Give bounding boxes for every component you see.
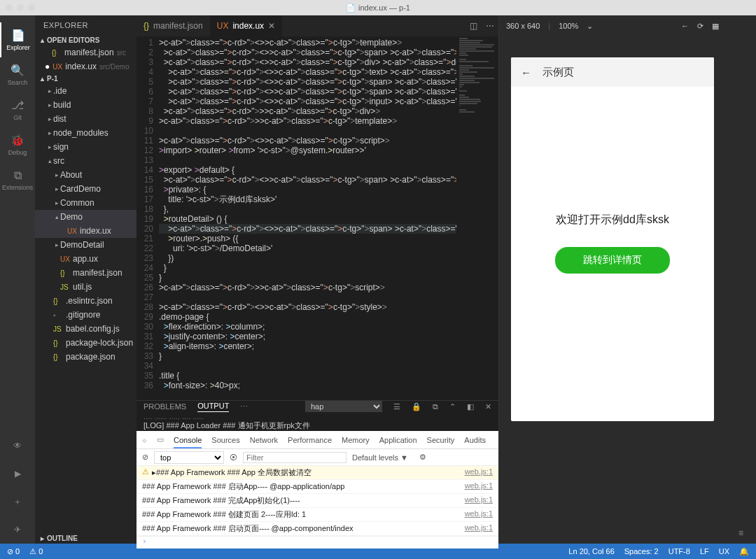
preview-zoom[interactable]: 100% bbox=[559, 22, 578, 30]
outline-section[interactable]: ▸OUTLINE bbox=[35, 533, 136, 544]
tab-close-icon[interactable]: ✕ bbox=[268, 21, 275, 31]
project-root[interactable]: ▴P-1 bbox=[35, 73, 136, 84]
activity-search[interactable]: 🔍Search bbox=[0, 57, 35, 92]
console-line: ### App Framework ### 完成App初始化(1)----web… bbox=[136, 494, 498, 508]
devtools-tab-security[interactable]: Security bbox=[427, 436, 455, 447]
tree-node[interactable]: ◦.gitignore bbox=[35, 308, 136, 322]
tree-node[interactable]: ▴src bbox=[35, 154, 136, 168]
panel-close-icon[interactable]: ✕ bbox=[485, 402, 491, 411]
panel-up-icon[interactable]: ⌃ bbox=[449, 402, 456, 411]
editor-tabs: {}manifest.jsonUXindex.ux✕◫⋯ bbox=[136, 15, 498, 36]
activity-bar: 📄Explorer🔍Search⎇Git🐞Debug⧉Extensions👁▶＋… bbox=[0, 15, 35, 544]
activity-bottom-2[interactable]: ＋ bbox=[6, 490, 29, 513]
devtools-tab-sources[interactable]: Sources bbox=[211, 436, 239, 447]
tree-node[interactable]: ▴Demo bbox=[35, 210, 136, 224]
open-editor-item[interactable]: {}manifest.jsonsrc bbox=[35, 45, 136, 59]
status-errors[interactable]: ⊘ 0 bbox=[7, 547, 20, 556]
tree-node[interactable]: JSbabel.config.js bbox=[35, 322, 136, 336]
activity-bottom-3[interactable]: ✈ bbox=[6, 518, 29, 541]
activity-debug[interactable]: 🐞Debug bbox=[0, 127, 35, 162]
activity-git[interactable]: ⎇Git bbox=[0, 92, 35, 127]
tree-node[interactable]: ▸CardDemo bbox=[35, 182, 136, 196]
status-warnings[interactable]: ⚠ 0 bbox=[29, 547, 43, 556]
tree-node[interactable]: JSutil.js bbox=[35, 280, 136, 294]
devtools-tab-memory[interactable]: Memory bbox=[342, 436, 370, 447]
panel-more-icon[interactable]: ⋯ bbox=[240, 402, 248, 411]
tree-node[interactable]: UXapp.ux bbox=[35, 252, 136, 266]
traffic-lights[interactable] bbox=[6, 4, 35, 11]
detail-button[interactable]: 跳转到详情页 bbox=[555, 247, 670, 274]
output-channel-select[interactable]: hap bbox=[305, 401, 382, 412]
devtools-tab-audits[interactable]: Audits bbox=[464, 436, 486, 447]
open-editors-section[interactable]: ▴OPEN EDITORS bbox=[35, 35, 136, 45]
devtools-elements-icon[interactable]: ⟐ bbox=[142, 436, 147, 444]
editor-tab[interactable]: {}manifest.json bbox=[136, 15, 210, 36]
editor-action-0[interactable]: ◫ bbox=[465, 21, 482, 31]
tree-node[interactable]: ▸Common bbox=[35, 196, 136, 210]
console-source-link[interactable]: web.js:1 bbox=[465, 495, 493, 506]
activity-explorer[interactable]: 📄Explorer bbox=[0, 22, 35, 57]
activity-bottom-1[interactable]: ▶ bbox=[6, 462, 29, 485]
tree-node[interactable]: ▸.ide bbox=[35, 84, 136, 98]
preview-console-toggle[interactable]: ≡ bbox=[726, 15, 756, 544]
activity-bottom-0[interactable]: 👁 bbox=[6, 434, 29, 457]
tree-node[interactable]: {}.eslintrc.json bbox=[35, 294, 136, 308]
devtools: ⟐ ▭ ConsoleSourcesNetworkPerformanceMemo… bbox=[136, 431, 498, 549]
console-prompt[interactable]: › bbox=[136, 536, 498, 549]
console-source-link[interactable]: web.js:1 bbox=[465, 481, 493, 492]
device-back-icon[interactable]: ← bbox=[521, 66, 531, 78]
status-cursor[interactable]: Ln 20, Col 66 bbox=[568, 547, 614, 556]
lock-scroll-icon[interactable]: 🔒 bbox=[412, 402, 421, 411]
console-source-link[interactable]: web.js:1 bbox=[465, 509, 493, 520]
console-line: ### App Framework ### 启动App---- @app-app… bbox=[136, 480, 498, 494]
status-lang[interactable]: UX bbox=[719, 547, 729, 556]
tree-node[interactable]: ▸About bbox=[35, 168, 136, 182]
devtools-clear-icon[interactable]: ⊘ bbox=[142, 453, 148, 462]
editor-action-1[interactable]: ⋯ bbox=[482, 21, 498, 31]
tree-node[interactable]: ▸build bbox=[35, 98, 136, 112]
open-file-icon[interactable]: ⧉ bbox=[433, 402, 438, 411]
status-bell-icon[interactable]: 🔔 bbox=[739, 547, 749, 556]
context-select[interactable]: top bbox=[154, 451, 224, 464]
open-editor-item[interactable]: ●UXindex.uxsrc/Demo bbox=[35, 59, 136, 73]
line-gutter: 1234567891011121314151617181920212223242… bbox=[136, 36, 159, 400]
tree-node[interactable]: {}package-lock.json bbox=[35, 336, 136, 350]
preview-dimensions[interactable]: 360 x 640 bbox=[506, 22, 540, 30]
doc-icon: 📄 bbox=[346, 3, 356, 13]
console-source-link[interactable]: web.js:1 bbox=[465, 467, 493, 478]
code-editor[interactable]: 1234567891011121314151617181920212223242… bbox=[136, 36, 498, 400]
zoom-dropdown-icon[interactable]: ⌄ bbox=[587, 22, 593, 31]
activity-extensions[interactable]: ⧉Extensions bbox=[0, 162, 35, 197]
panel-tab-problems[interactable]: PROBLEMS bbox=[144, 402, 186, 411]
tree-node[interactable]: UXindex.ux bbox=[35, 224, 136, 238]
devtools-tab-network[interactable]: Network bbox=[250, 436, 278, 447]
preview-reload-icon[interactable]: ⟳ bbox=[697, 22, 704, 31]
devtools-settings-icon[interactable]: ⚙ bbox=[419, 453, 426, 462]
tree-node[interactable]: {}manifest.json bbox=[35, 266, 136, 280]
console-output: ⚠▸### App Framework ### App 全局数据被清空web.j… bbox=[136, 466, 498, 536]
tree-node[interactable]: {}package.json bbox=[35, 350, 136, 364]
clear-output-icon[interactable]: ☰ bbox=[393, 402, 400, 411]
levels-select[interactable]: Default levels ▼ bbox=[352, 453, 408, 462]
devtools-tab-console[interactable]: Console bbox=[174, 436, 202, 448]
status-eol[interactable]: LF bbox=[700, 547, 709, 556]
status-spaces[interactable]: Spaces: 2 bbox=[624, 547, 659, 556]
tree-node[interactable]: ▸node_modules bbox=[35, 126, 136, 140]
status-encoding[interactable]: UTF-8 bbox=[668, 547, 690, 556]
code-area[interactable]: >c-at>">class>=">c-rd>"><>>c-at>">class>… bbox=[159, 36, 456, 400]
console-filter-input[interactable] bbox=[243, 452, 346, 463]
console-line: ### App Framework ### 启动页面---- @app-comp… bbox=[136, 522, 498, 536]
devtools-device-icon[interactable]: ▭ bbox=[157, 435, 164, 444]
editor-tab[interactable]: UXindex.ux✕ bbox=[210, 15, 282, 36]
preview-back-icon[interactable]: ← bbox=[681, 22, 689, 30]
preview-qr-icon[interactable]: ▦ bbox=[712, 22, 719, 31]
tree-node[interactable]: ▸dist bbox=[35, 112, 136, 126]
tree-node[interactable]: ▸sign bbox=[35, 140, 136, 154]
panel-tab-output[interactable]: OUTPUT bbox=[197, 402, 229, 412]
devtools-tab-performance[interactable]: Performance bbox=[288, 436, 332, 447]
console-source-link[interactable]: web.js:1 bbox=[465, 523, 493, 534]
devtools-tab-application[interactable]: Application bbox=[379, 436, 417, 447]
tree-node[interactable]: ▸DemoDetail bbox=[35, 238, 136, 252]
minimap[interactable] bbox=[456, 36, 498, 400]
panel-max-icon[interactable]: ◧ bbox=[467, 402, 474, 411]
